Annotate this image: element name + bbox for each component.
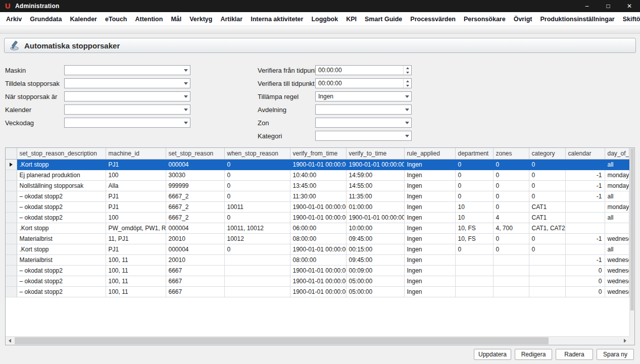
menu-item-kalender[interactable]: Kalender [66,12,101,26]
cell-calendar[interactable]: -1 [565,191,605,201]
cell-zones[interactable]: 0 [493,233,529,244]
menu-item-övrigt[interactable]: Övrigt [510,12,536,26]
dropdown-arrow-icon[interactable] [181,79,190,88]
time-spinner[interactable] [403,79,411,88]
cell-category[interactable]: 0 [529,170,565,180]
spinner-up-icon[interactable] [404,66,411,70]
cell-category[interactable]: 0 [529,244,565,254]
cell-set-stop-reason[interactable]: 6667_2 [166,191,224,201]
row-header-cell[interactable] [6,254,17,265]
horizontal-scrollbar-track[interactable] [14,337,621,345]
cell-day-of-week[interactable]: all [605,212,629,223]
close-icon[interactable]: ✕ [619,0,640,12]
spinner-down-icon[interactable] [404,70,411,75]
cell-category[interactable] [529,286,565,297]
cell-category[interactable]: CAT1 [529,212,565,223]
row-header-cell[interactable] [6,223,17,233]
cell-calendar[interactable] [565,201,605,212]
spinner-up-icon[interactable] [404,79,411,83]
cell-day-of-week[interactable]: monday [605,201,629,212]
row-header-cell[interactable] [6,276,17,286]
scroll-left-arrow-icon[interactable] [6,337,14,345]
cell-calendar[interactable] [565,244,605,254]
cell-set-stop-reason[interactable]: 20010 [166,254,224,265]
row-header-cell[interactable] [6,286,17,297]
cell-set-stop-reason-description[interactable]: – okodat stopp2 [17,191,106,201]
cell-department[interactable]: 0 [455,170,493,180]
cell-when-stop-reason[interactable] [224,265,290,276]
cell-set-stop-reason[interactable]: 20010 [166,233,224,244]
cell-verify-to-time[interactable]: 09:45:00 [346,233,404,244]
cell-set-stop-reason[interactable]: 6667 [166,265,224,276]
menu-item-loggbok[interactable]: Loggbok [307,12,342,26]
scroll-right-arrow-icon[interactable] [621,337,629,345]
radera-button[interactable]: Radera [556,349,593,360]
cell-machine-id[interactable]: 100, 11 [106,286,166,297]
table-row[interactable]: Materialbrist11, PJ1200101001208:00:0009… [6,233,629,244]
cell-department[interactable]: 0 [455,180,493,191]
dropdown-arrow-icon[interactable] [403,131,411,140]
cell-calendar[interactable]: 0 [565,276,605,286]
menu-item-mål[interactable]: Mål [167,12,185,26]
cell-rule-applied[interactable]: Ingen [404,159,455,170]
dropdown-arrow-icon[interactable] [403,118,411,127]
cell-set-stop-reason-description[interactable]: – okodat stopp2 [17,265,106,276]
cell-set-stop-reason[interactable]: 000004 [166,223,224,233]
cell-department[interactable] [455,286,493,297]
cell-when-stop-reason[interactable] [224,276,290,286]
column-header-set-stop-reason-description[interactable]: set_stop_reason_description [17,148,106,159]
cell-verify-from-time[interactable]: 10:40:00 [290,170,346,180]
avdelning-dropdown[interactable] [315,105,412,115]
cell-calendar[interactable] [565,212,605,223]
cell-set-stop-reason-description[interactable]: .Kort stopp [17,244,106,254]
cell-verify-to-time[interactable]: 00:15:00 [346,244,404,254]
cell-when-stop-reason[interactable]: 0 [224,191,290,201]
cell-set-stop-reason-description[interactable]: .Kort stopp [17,159,106,170]
cell-zones[interactable] [493,265,529,276]
menu-item-personsökare[interactable]: Personsökare [460,12,510,26]
cell-rule-applied[interactable]: Ingen [404,265,455,276]
row-header-cell[interactable] [6,244,17,254]
cell-verify-from-time[interactable]: 1900-01-01 00:00:00 [290,276,346,286]
cell-zones[interactable] [493,254,529,265]
row-header-cell[interactable] [6,265,17,276]
cell-zones[interactable]: 4 [493,212,529,223]
cell-rule-applied[interactable]: Ingen [404,286,455,297]
time-spinner[interactable] [403,66,411,75]
cell-rule-applied[interactable]: Ingen [404,244,455,254]
dropdown-arrow-icon[interactable] [181,118,190,127]
cell-set-stop-reason-description[interactable]: Materialbrist [17,254,106,265]
cell-category[interactable]: CAT1, CAT2 [529,223,565,233]
cell-verify-from-time[interactable]: 1900-01-01 00:00:00 [290,201,346,212]
menu-item-produktionsinställningar[interactable]: Produktionsinställningar [536,12,618,26]
menu-item-grunddata[interactable]: Grunddata [26,12,66,26]
cell-set-stop-reason-description[interactable]: .Kort stopp [17,223,106,233]
cell-day-of-week[interactable]: wednesday [605,233,629,244]
spara-ny-button[interactable]: Spara ny [597,349,634,360]
column-header-category[interactable]: category [529,148,565,159]
cell-verify-to-time[interactable]: 14:55:00 [346,180,404,191]
cell-when-stop-reason[interactable]: 10012 [224,233,290,244]
tilldela-stopporsak-dropdown[interactable] [64,78,190,88]
row-header-cell[interactable] [6,212,17,223]
cell-set-stop-reason[interactable]: 000004 [166,159,224,170]
cell-zones[interactable]: 0 [493,159,529,170]
menu-item-skiftöverlämning[interactable]: Skiftöverlämning [619,12,640,26]
cell-set-stop-reason-description[interactable]: – okodat stopp2 [17,276,106,286]
maskin-dropdown[interactable] [64,65,190,75]
cell-verify-to-time[interactable]: 1900-01-01 00:00:00 [346,159,404,170]
menu-item-attention[interactable]: Attention [131,12,167,26]
table-row[interactable]: .Kort stoppPJ100000401900-01-01 00:00:00… [6,244,629,254]
cell-department[interactable]: 10 [455,201,493,212]
cell-department[interactable] [455,254,493,265]
cell-when-stop-reason[interactable]: 10011 [224,201,290,212]
cell-department[interactable]: 0 [455,159,493,170]
cell-calendar[interactable]: -1 [565,254,605,265]
cell-verify-to-time[interactable]: 01:00:00 [346,201,404,212]
spinner-down-icon[interactable] [404,83,411,88]
cell-calendar[interactable]: 0 [565,286,605,297]
cell-calendar[interactable]: 0 [565,265,605,276]
cell-verify-to-time[interactable]: 1900-01-01 00:00:00 [346,212,404,223]
cell-category[interactable] [529,276,565,286]
dropdown-arrow-icon[interactable] [181,92,190,101]
